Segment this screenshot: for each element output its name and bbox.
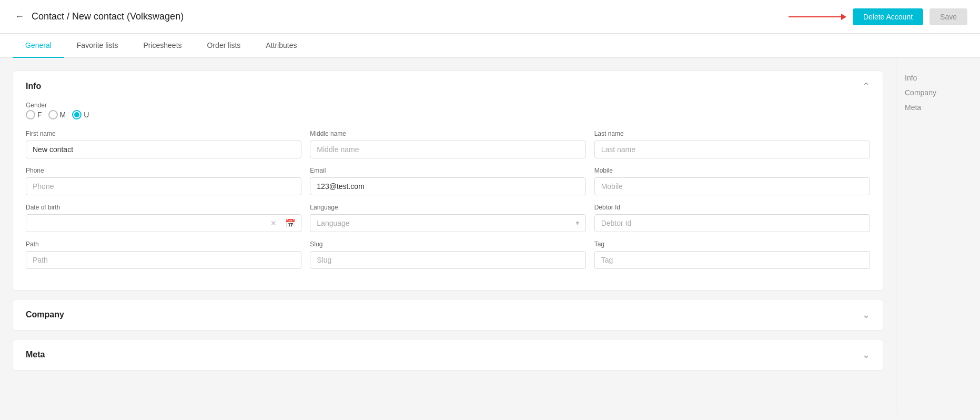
dob-label: Date of birth [26, 204, 301, 211]
right-sidebar: Info Company Meta [896, 58, 980, 415]
language-group: Language Language ▼ [310, 204, 585, 232]
company-section-title: Company [26, 310, 64, 319]
gender-radio-m[interactable]: M [48, 110, 66, 119]
email-label: Email [310, 167, 585, 174]
last-name-label: Last name [594, 130, 870, 137]
page-title: Contact / New contact (Volkswagen) [32, 11, 184, 22]
gender-label: Gender [26, 102, 870, 109]
mobile-group: Mobile [594, 167, 870, 195]
meta-section: Meta ⌄ [13, 339, 883, 371]
path-group: Path [26, 241, 301, 269]
mobile-input[interactable] [594, 177, 870, 195]
info-section-title: Info [26, 82, 41, 91]
arrow-head [841, 14, 846, 20]
meta-section-expand-button[interactable]: ⌄ [862, 349, 870, 361]
company-section-expand-button[interactable]: ⌄ [862, 309, 870, 321]
dob-calendar-button[interactable]: 📅 [280, 215, 301, 232]
info-section-collapse-button[interactable]: ⌃ [862, 81, 870, 92]
arrow-annotation [789, 14, 846, 20]
dob-group: Date of birth ✕ 📅 [26, 204, 301, 232]
tag-label: Tag [594, 241, 870, 248]
phone-group: Phone [26, 167, 301, 195]
slug-group: Slug [310, 241, 585, 269]
slug-input[interactable] [310, 251, 585, 269]
content-area: Info ⌃ Gender F M [0, 58, 896, 415]
language-select-wrap: Language ▼ [310, 214, 585, 232]
debtor-id-group: Debtor Id [594, 204, 870, 232]
radio-letter-u: U [84, 111, 89, 119]
radio-letter-m: M [60, 111, 66, 119]
tab-general[interactable]: General [13, 34, 64, 58]
gender-row: F M U [26, 110, 870, 119]
middle-name-input[interactable] [310, 141, 585, 158]
sidebar-nav-company[interactable]: Company [905, 85, 972, 100]
middle-name-group: Middle name [310, 130, 585, 158]
tab-attributes[interactable]: Attributes [253, 34, 309, 58]
last-name-group: Last name [594, 130, 870, 158]
meta-section-header[interactable]: Meta ⌄ [13, 339, 883, 370]
top-bar-left: ← Contact / New contact (Volkswagen) [13, 9, 184, 24]
email-group: Email [310, 167, 585, 195]
tabs-bar: General Favorite lists Pricesheets Order… [0, 34, 980, 58]
top-bar-right: Delete Account Save [853, 8, 967, 25]
name-row: First name Middle name Last name [26, 130, 870, 158]
mobile-label: Mobile [594, 167, 870, 174]
sidebar-nav-info[interactable]: Info [905, 71, 972, 85]
last-name-input[interactable] [594, 141, 870, 158]
tab-favorite-lists[interactable]: Favorite lists [64, 34, 131, 58]
radio-outer-u [72, 110, 82, 119]
dob-input-wrap: ✕ 📅 [26, 214, 301, 232]
tag-input[interactable] [594, 251, 870, 269]
top-bar: ← Contact / New contact (Volkswagen) Del… [0, 0, 980, 34]
sidebar-nav-meta[interactable]: Meta [905, 100, 972, 115]
phone-label: Phone [26, 167, 301, 174]
phone-input[interactable] [26, 177, 301, 195]
save-button[interactable]: Save [930, 8, 967, 25]
radio-outer-f [26, 110, 35, 119]
debtor-id-label: Debtor Id [594, 204, 870, 211]
company-section-header[interactable]: Company ⌄ [13, 299, 883, 330]
gender-radio-u[interactable]: U [72, 110, 89, 119]
arrow-shaft [789, 16, 841, 17]
first-name-label: First name [26, 130, 301, 137]
dob-input[interactable] [26, 215, 267, 232]
tab-pricesheets[interactable]: Pricesheets [130, 34, 194, 58]
gender-radio-f[interactable]: F [26, 110, 42, 119]
path-label: Path [26, 241, 301, 248]
contact-row: Phone Email Mobile [26, 167, 870, 195]
radio-outer-m [48, 110, 58, 119]
radio-inner-u [74, 112, 79, 117]
back-button[interactable]: ← [13, 9, 26, 24]
debtor-id-input[interactable] [594, 214, 870, 232]
info-section: Info ⌃ Gender F M [13, 71, 883, 291]
language-label: Language [310, 204, 585, 211]
middle-name-label: Middle name [310, 130, 585, 137]
delete-account-button[interactable]: Delete Account [853, 8, 923, 25]
tag-group: Tag [594, 241, 870, 269]
language-select[interactable]: Language [310, 214, 585, 232]
first-name-group: First name [26, 130, 301, 158]
main-layout: Info ⌃ Gender F M [0, 58, 980, 415]
first-name-input[interactable] [26, 141, 301, 158]
extra-row-1: Date of birth ✕ 📅 Language Language [26, 204, 870, 232]
tab-order-lists[interactable]: Order lists [195, 34, 254, 58]
path-input[interactable] [26, 251, 301, 269]
info-section-header[interactable]: Info ⌃ [13, 71, 883, 102]
dob-clear-button[interactable]: ✕ [267, 216, 280, 231]
radio-letter-f: F [37, 111, 42, 119]
company-section: Company ⌄ [13, 299, 883, 331]
meta-section-title: Meta [26, 350, 45, 359]
slug-label: Slug [310, 241, 585, 248]
info-section-body: Gender F M [13, 102, 883, 290]
extra-row-2: Path Slug Tag [26, 241, 870, 269]
email-input[interactable] [310, 177, 585, 195]
